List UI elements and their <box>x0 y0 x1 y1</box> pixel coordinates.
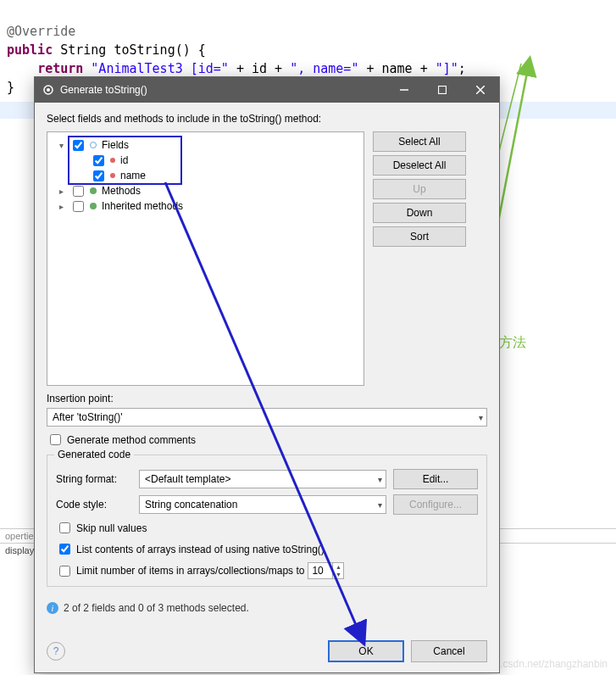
string-format-value: <Default template> <box>145 473 230 485</box>
minimize-button[interactable] <box>385 77 423 103</box>
down-button[interactable]: Down <box>373 203 466 223</box>
insertion-point-combo[interactable]: After 'toString()' ▾ <box>47 408 487 427</box>
limit-spinner[interactable]: 10 ▲▼ <box>308 562 344 579</box>
code-style-combo[interactable]: String concatenation ▾ <box>139 495 386 514</box>
chevron-down-icon: ▾ <box>378 475 382 484</box>
dialog-prompt: Select fields and methods to include in … <box>47 113 487 125</box>
spinner-up-icon[interactable]: ▲ <box>333 563 343 571</box>
methods-checkbox[interactable] <box>73 186 84 197</box>
bullet-icon <box>90 187 97 194</box>
generate-tostring-dialog: Generate toString() Select fields and me… <box>34 76 500 673</box>
dialog-title: Generate toString() <box>60 84 385 96</box>
fields-tree[interactable]: ▾ Fields id name ▸ <box>47 131 364 386</box>
tree-node-inherited[interactable]: Inherited methods <box>102 200 183 212</box>
inherited-checkbox[interactable] <box>73 201 84 212</box>
code-style-value: String concatenation <box>145 499 237 510</box>
chevron-down-icon: ▾ <box>378 500 382 510</box>
ok-button[interactable]: OK <box>328 640 404 662</box>
info-icon: i <box>47 602 58 614</box>
list-arrays-label: List contents of arrays instead of using… <box>76 544 325 555</box>
status-row: i 2 of 2 fields and 0 of 3 methods selec… <box>47 602 487 614</box>
maximize-button[interactable] <box>423 77 461 103</box>
skip-null-checkbox[interactable] <box>59 522 70 533</box>
list-arrays-checkbox[interactable] <box>59 544 70 555</box>
limit-value[interactable]: 10 <box>308 563 332 578</box>
help-button[interactable]: ? <box>47 642 65 661</box>
code-style-label: Code style: <box>56 499 132 510</box>
generate-comments-label: Generate method comments <box>67 434 196 446</box>
edit-button[interactable]: Edit... <box>393 469 478 489</box>
insertion-point-value: After 'toString()' <box>53 411 123 423</box>
up-button[interactable]: Up <box>373 179 466 199</box>
insertion-point-label: Insertion point: <box>47 393 487 404</box>
configure-button[interactable]: Configure... <box>393 494 478 515</box>
limit-label: Limit number of items in arrays/collecti… <box>76 565 304 577</box>
skip-null-label: Skip null values <box>76 522 147 534</box>
string-format-label: String format: <box>56 473 132 485</box>
generate-comments-checkbox[interactable] <box>50 434 61 445</box>
status-text: 2 of 2 fields and 0 of 3 methods selecte… <box>64 602 249 614</box>
skip-null-row[interactable]: Skip null values <box>56 520 478 536</box>
generate-comments-row[interactable]: Generate method comments <box>47 432 487 448</box>
eclipse-icon <box>42 83 55 97</box>
close-button[interactable] <box>461 77 499 103</box>
spinner-down-icon[interactable]: ▼ <box>333 571 343 578</box>
limit-row[interactable]: Limit number of items in arrays/collecti… <box>56 562 478 579</box>
bullet-icon <box>90 203 97 209</box>
expand-icon[interactable]: ▸ <box>56 202 66 211</box>
limit-checkbox[interactable] <box>59 566 70 577</box>
deselect-all-button[interactable]: Deselect All <box>373 155 466 176</box>
expand-icon[interactable]: ▸ <box>56 187 66 196</box>
select-all-button[interactable]: Select All <box>373 131 466 152</box>
tree-node-methods[interactable]: Methods <box>102 185 141 197</box>
generated-code-group: Generated code String format: <Default t… <box>47 455 487 587</box>
chevron-down-icon: ▾ <box>479 413 483 422</box>
sort-button[interactable]: Sort <box>373 226 466 247</box>
svg-rect-5 <box>438 86 446 94</box>
list-arrays-row[interactable]: List contents of arrays instead of using… <box>56 541 478 557</box>
collapse-icon[interactable]: ▾ <box>56 141 66 150</box>
svg-point-3 <box>47 88 50 92</box>
fields-highlight-box <box>68 136 182 185</box>
string-format-combo[interactable]: <Default template> ▾ <box>139 470 386 488</box>
group-legend: Generated code <box>54 449 134 460</box>
dialog-titlebar[interactable]: Generate toString() <box>35 77 499 103</box>
cancel-button[interactable]: Cancel <box>411 640 487 662</box>
